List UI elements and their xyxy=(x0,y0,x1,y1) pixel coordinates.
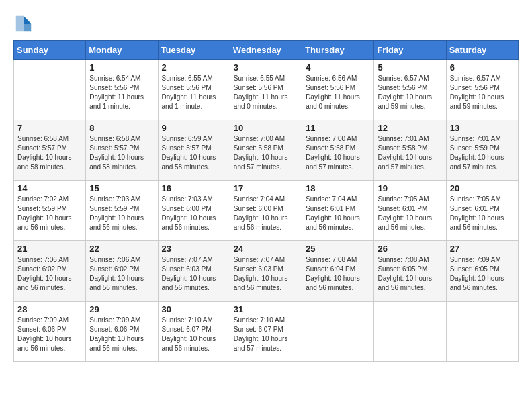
day-info: Sunrise: 6:59 AM Sunset: 5:57 PM Dayligh… xyxy=(162,134,226,172)
day-info: Sunrise: 7:04 AM Sunset: 6:00 PM Dayligh… xyxy=(234,195,298,232)
day-info: Sunrise: 6:56 AM Sunset: 5:56 PM Dayligh… xyxy=(306,74,370,111)
calendar-cell: 23Sunrise: 7:07 AM Sunset: 6:03 PM Dayli… xyxy=(158,241,230,302)
day-number: 1 xyxy=(89,62,154,73)
day-number: 12 xyxy=(378,123,442,133)
calendar-cell: 16Sunrise: 7:03 AM Sunset: 6:00 PM Dayli… xyxy=(158,181,230,241)
calendar-cell: 31Sunrise: 7:10 AM Sunset: 6:07 PM Dayli… xyxy=(230,302,302,362)
day-number: 17 xyxy=(234,183,298,193)
svg-marker-1 xyxy=(24,24,31,31)
day-info: Sunrise: 6:54 AM Sunset: 5:56 PM Dayligh… xyxy=(89,74,154,111)
day-info: Sunrise: 7:09 AM Sunset: 6:06 PM Dayligh… xyxy=(89,316,154,353)
calendar-cell: 18Sunrise: 7:04 AM Sunset: 6:01 PM Dayli… xyxy=(302,181,374,241)
day-info: Sunrise: 6:58 AM Sunset: 5:57 PM Dayligh… xyxy=(89,134,154,172)
calendar-cell: 13Sunrise: 7:01 AM Sunset: 5:59 PM Dayli… xyxy=(446,120,518,181)
calendar-cell: 9Sunrise: 6:59 AM Sunset: 5:57 PM Daylig… xyxy=(158,120,230,181)
calendar-cell: 15Sunrise: 7:03 AM Sunset: 5:59 PM Dayli… xyxy=(86,181,158,241)
calendar-cell: 8Sunrise: 6:58 AM Sunset: 5:57 PM Daylig… xyxy=(86,120,158,181)
day-info: Sunrise: 7:09 AM Sunset: 6:06 PM Dayligh… xyxy=(17,316,82,353)
day-number: 21 xyxy=(17,244,82,254)
day-number: 24 xyxy=(234,244,298,254)
day-info: Sunrise: 6:58 AM Sunset: 5:57 PM Dayligh… xyxy=(17,134,82,172)
day-info: Sunrise: 6:57 AM Sunset: 5:56 PM Dayligh… xyxy=(378,74,442,111)
logo xyxy=(13,13,35,34)
day-number: 23 xyxy=(162,244,226,254)
calendar-header-wednesday: Wednesday xyxy=(230,41,302,60)
day-number: 9 xyxy=(162,123,226,133)
day-number: 13 xyxy=(450,123,515,133)
day-info: Sunrise: 7:05 AM Sunset: 6:01 PM Dayligh… xyxy=(378,195,442,232)
calendar-cell: 28Sunrise: 7:09 AM Sunset: 6:06 PM Dayli… xyxy=(14,302,86,362)
page-header xyxy=(13,13,519,34)
day-number: 14 xyxy=(17,183,82,193)
day-info: Sunrise: 7:01 AM Sunset: 5:59 PM Dayligh… xyxy=(450,134,515,172)
logo-icon xyxy=(13,13,34,34)
calendar-cell: 27Sunrise: 7:09 AM Sunset: 6:05 PM Dayli… xyxy=(446,241,518,302)
day-info: Sunrise: 7:06 AM Sunset: 6:02 PM Dayligh… xyxy=(17,255,82,293)
day-number: 25 xyxy=(306,244,370,254)
calendar-header-row: SundayMondayTuesdayWednesdayThursdayFrid… xyxy=(14,41,519,60)
calendar-week-row: 14Sunrise: 7:02 AM Sunset: 5:59 PM Dayli… xyxy=(14,181,519,241)
day-info: Sunrise: 6:55 AM Sunset: 5:56 PM Dayligh… xyxy=(162,74,226,111)
day-info: Sunrise: 6:55 AM Sunset: 5:56 PM Dayligh… xyxy=(234,74,298,111)
calendar-header-sunday: Sunday xyxy=(14,41,86,60)
day-info: Sunrise: 7:00 AM Sunset: 5:58 PM Dayligh… xyxy=(306,134,370,172)
calendar-week-row: 28Sunrise: 7:09 AM Sunset: 6:06 PM Dayli… xyxy=(14,302,519,362)
day-info: Sunrise: 7:03 AM Sunset: 5:59 PM Dayligh… xyxy=(89,195,154,232)
day-info: Sunrise: 7:10 AM Sunset: 6:07 PM Dayligh… xyxy=(234,316,298,353)
day-number: 10 xyxy=(234,123,298,133)
day-number: 18 xyxy=(306,183,370,193)
calendar-cell: 6Sunrise: 6:57 AM Sunset: 5:56 PM Daylig… xyxy=(446,60,518,120)
day-number: 2 xyxy=(162,62,226,73)
day-number: 27 xyxy=(450,244,515,254)
calendar-cell: 20Sunrise: 7:05 AM Sunset: 6:01 PM Dayli… xyxy=(446,181,518,241)
day-info: Sunrise: 7:07 AM Sunset: 6:03 PM Dayligh… xyxy=(234,255,298,293)
day-number: 22 xyxy=(89,244,154,254)
calendar-cell: 3Sunrise: 6:55 AM Sunset: 5:56 PM Daylig… xyxy=(230,60,302,120)
day-info: Sunrise: 7:08 AM Sunset: 6:04 PM Dayligh… xyxy=(306,255,370,293)
day-number: 6 xyxy=(450,62,515,73)
day-number: 4 xyxy=(306,62,370,73)
calendar-cell: 24Sunrise: 7:07 AM Sunset: 6:03 PM Dayli… xyxy=(230,241,302,302)
day-info: Sunrise: 7:04 AM Sunset: 6:01 PM Dayligh… xyxy=(306,195,370,232)
calendar-table: SundayMondayTuesdayWednesdayThursdayFrid… xyxy=(13,40,519,362)
calendar-cell: 30Sunrise: 7:10 AM Sunset: 6:07 PM Dayli… xyxy=(158,302,230,362)
day-info: Sunrise: 7:08 AM Sunset: 6:05 PM Dayligh… xyxy=(378,255,442,293)
day-info: Sunrise: 7:01 AM Sunset: 5:58 PM Dayligh… xyxy=(378,134,442,172)
calendar-cell: 26Sunrise: 7:08 AM Sunset: 6:05 PM Dayli… xyxy=(374,241,446,302)
calendar-cell xyxy=(302,302,374,362)
day-info: Sunrise: 7:07 AM Sunset: 6:03 PM Dayligh… xyxy=(162,255,226,293)
day-info: Sunrise: 7:10 AM Sunset: 6:07 PM Dayligh… xyxy=(162,316,226,353)
day-number: 28 xyxy=(17,304,82,314)
svg-marker-2 xyxy=(16,16,24,32)
calendar-header-tuesday: Tuesday xyxy=(158,41,230,60)
calendar-header-monday: Monday xyxy=(86,41,158,60)
calendar-cell: 21Sunrise: 7:06 AM Sunset: 6:02 PM Dayli… xyxy=(14,241,86,302)
day-number: 3 xyxy=(234,62,298,73)
day-number: 30 xyxy=(162,304,226,314)
calendar-cell xyxy=(14,60,86,120)
day-number: 7 xyxy=(17,123,82,133)
day-number: 31 xyxy=(234,304,298,314)
calendar-cell: 17Sunrise: 7:04 AM Sunset: 6:00 PM Dayli… xyxy=(230,181,302,241)
calendar-cell: 14Sunrise: 7:02 AM Sunset: 5:59 PM Dayli… xyxy=(14,181,86,241)
day-info: Sunrise: 7:05 AM Sunset: 6:01 PM Dayligh… xyxy=(450,195,515,232)
day-number: 26 xyxy=(378,244,442,254)
day-info: Sunrise: 7:02 AM Sunset: 5:59 PM Dayligh… xyxy=(17,195,82,232)
calendar-cell: 22Sunrise: 7:06 AM Sunset: 6:02 PM Dayli… xyxy=(86,241,158,302)
calendar-cell xyxy=(446,302,518,362)
calendar-cell: 10Sunrise: 7:00 AM Sunset: 5:58 PM Dayli… xyxy=(230,120,302,181)
day-number: 29 xyxy=(89,304,154,314)
day-info: Sunrise: 7:03 AM Sunset: 6:00 PM Dayligh… xyxy=(162,195,226,232)
calendar-week-row: 21Sunrise: 7:06 AM Sunset: 6:02 PM Dayli… xyxy=(14,241,519,302)
calendar-cell: 2Sunrise: 6:55 AM Sunset: 5:56 PM Daylig… xyxy=(158,60,230,120)
calendar-header-saturday: Saturday xyxy=(446,41,518,60)
day-number: 19 xyxy=(378,183,442,193)
calendar-cell: 12Sunrise: 7:01 AM Sunset: 5:58 PM Dayli… xyxy=(374,120,446,181)
calendar-header-friday: Friday xyxy=(374,41,446,60)
calendar-cell: 1Sunrise: 6:54 AM Sunset: 5:56 PM Daylig… xyxy=(86,60,158,120)
day-info: Sunrise: 7:09 AM Sunset: 6:05 PM Dayligh… xyxy=(450,255,515,293)
calendar-cell: 11Sunrise: 7:00 AM Sunset: 5:58 PM Dayli… xyxy=(302,120,374,181)
calendar-cell: 29Sunrise: 7:09 AM Sunset: 6:06 PM Dayli… xyxy=(86,302,158,362)
day-info: Sunrise: 7:06 AM Sunset: 6:02 PM Dayligh… xyxy=(89,255,154,293)
day-info: Sunrise: 7:00 AM Sunset: 5:58 PM Dayligh… xyxy=(234,134,298,172)
